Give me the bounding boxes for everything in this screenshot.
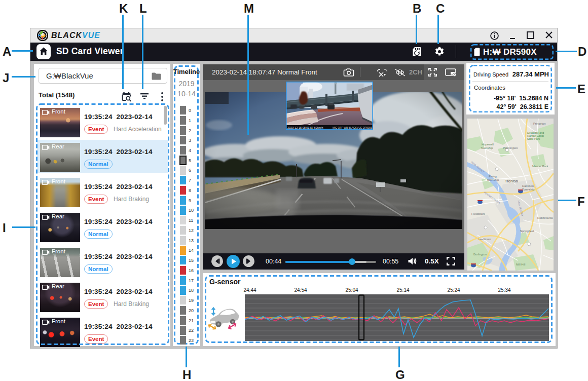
svg-text:Township: Township <box>522 188 534 191</box>
svg-text:Township: Township <box>481 146 493 149</box>
svg-text:2023-12-15 08:01:57 60km/h: 2023-12-15 08:01:57 60km/h <box>287 126 323 129</box>
svg-text:Hamilton: Hamilton <box>522 184 534 187</box>
svg-text:Mercer Park: Mercer Park <box>532 165 548 168</box>
svg-text:MIC OFF-WB BLACKVUE DR900S: MIC OFF-WB BLACKVUE DR900S <box>333 126 373 129</box>
svg-text:Burlington: Burlington <box>473 253 487 256</box>
svg-text:Ewing: Ewing <box>489 175 497 178</box>
svg-text:Levittown: Levittown <box>479 238 491 241</box>
svg-text:Hopewell: Hopewell <box>482 143 494 146</box>
svg-text:Pennington: Pennington <box>503 146 518 149</box>
svg-text:Fieldsboro: Fieldsboro <box>471 212 485 215</box>
svg-text:Township: Township <box>487 178 499 181</box>
svg-text:Mill Hill: Mill Hill <box>516 263 525 266</box>
svg-text:State Park: State Park <box>527 137 540 140</box>
svg-text:Princeton: Princeton <box>533 122 546 125</box>
svg-text:Trenton: Trenton <box>505 179 518 183</box>
svg-text:Springfield: Springfield <box>520 230 534 233</box>
svg-text:Robbinsville: Robbinsville <box>537 216 553 219</box>
